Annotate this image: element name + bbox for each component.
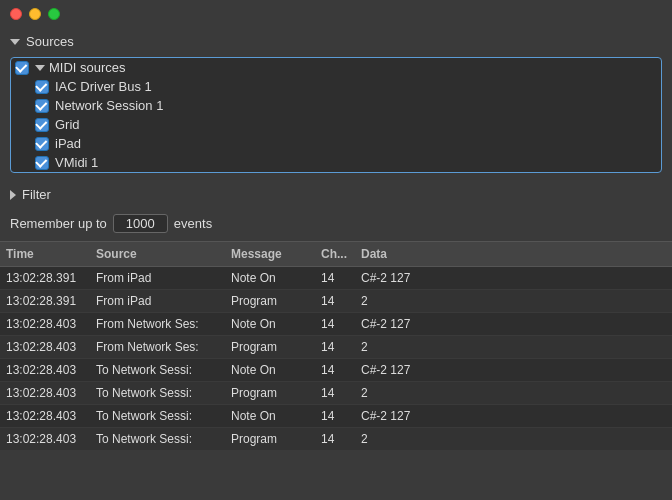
ipad-label: iPad — [55, 136, 81, 151]
table-body: 13:02:28.391 From iPad Note On 14 C#-2 1… — [0, 267, 672, 451]
grid-checkbox[interactable] — [35, 118, 49, 132]
cell-data: 2 — [355, 384, 672, 402]
col-header-time: Time — [0, 245, 90, 263]
remember-row: Remember up to events — [0, 208, 672, 241]
cell-source: To Network Sessi: — [90, 384, 225, 402]
col-header-data: Data — [355, 245, 672, 263]
midi-sources-checkbox[interactable] — [15, 61, 29, 75]
source-item-iac[interactable]: IAC Driver Bus 1 — [11, 77, 661, 96]
midi-sources-label: MIDI sources — [49, 60, 126, 75]
col-header-source: Source — [90, 245, 225, 263]
iac-label: IAC Driver Bus 1 — [55, 79, 152, 94]
table-header: Time Source Message Ch... Data — [0, 242, 672, 267]
col-header-message: Message — [225, 245, 315, 263]
cell-data: C#-2 127 — [355, 361, 672, 379]
cell-time: 13:02:28.403 — [0, 430, 90, 448]
source-item-vmidi[interactable]: VMidi 1 — [11, 153, 661, 172]
network-label: Network Session 1 — [55, 98, 163, 113]
filter-section-header[interactable]: Filter — [0, 181, 672, 208]
cell-ch: 14 — [315, 407, 355, 425]
sources-collapse-icon — [10, 39, 20, 45]
remember-prefix: Remember up to — [10, 216, 107, 231]
table-row[interactable]: 13:02:28.391 From iPad Note On 14 C#-2 1… — [0, 267, 672, 290]
cell-source: From Network Ses: — [90, 315, 225, 333]
cell-time: 13:02:28.391 — [0, 292, 90, 310]
minimize-button[interactable] — [29, 8, 41, 20]
cell-source: To Network Sessi: — [90, 407, 225, 425]
table-row[interactable]: 13:02:28.403 To Network Sessi: Note On 1… — [0, 359, 672, 382]
midi-sources-expand-icon — [35, 65, 45, 71]
source-item-midi-sources[interactable]: MIDI sources — [11, 58, 661, 77]
close-button[interactable] — [10, 8, 22, 20]
source-item-grid[interactable]: Grid — [11, 115, 661, 134]
cell-time: 13:02:28.403 — [0, 384, 90, 402]
events-input[interactable] — [113, 214, 168, 233]
grid-label: Grid — [55, 117, 80, 132]
cell-source: To Network Sessi: — [90, 430, 225, 448]
cell-message: Program — [225, 292, 315, 310]
cell-source: From Network Ses: — [90, 338, 225, 356]
table-row[interactable]: 13:02:28.403 To Network Sessi: Note On 1… — [0, 405, 672, 428]
vmidi-checkbox[interactable] — [35, 156, 49, 170]
cell-time: 13:02:28.403 — [0, 407, 90, 425]
cell-message: Program — [225, 430, 315, 448]
sources-label: Sources — [26, 34, 74, 49]
source-item-network[interactable]: Network Session 1 — [11, 96, 661, 115]
cell-source: To Network Sessi: — [90, 361, 225, 379]
cell-time: 13:02:28.403 — [0, 338, 90, 356]
cell-data: C#-2 127 — [355, 407, 672, 425]
cell-ch: 14 — [315, 430, 355, 448]
events-table: Time Source Message Ch... Data 13:02:28.… — [0, 242, 672, 451]
vmidi-label: VMidi 1 — [55, 155, 98, 170]
table-row[interactable]: 13:02:28.403 To Network Sessi: Program 1… — [0, 382, 672, 405]
titlebar — [0, 0, 672, 28]
cell-ch: 14 — [315, 269, 355, 287]
ipad-checkbox[interactable] — [35, 137, 49, 151]
source-item-ipad[interactable]: iPad — [11, 134, 661, 153]
cell-message: Program — [225, 338, 315, 356]
cell-message: Note On — [225, 407, 315, 425]
network-checkbox[interactable] — [35, 99, 49, 113]
cell-ch: 14 — [315, 338, 355, 356]
cell-data: C#-2 127 — [355, 269, 672, 287]
cell-message: Note On — [225, 315, 315, 333]
cell-data: 2 — [355, 292, 672, 310]
cell-time: 13:02:28.391 — [0, 269, 90, 287]
cell-ch: 14 — [315, 292, 355, 310]
cell-ch: 14 — [315, 315, 355, 333]
filter-label: Filter — [22, 187, 51, 202]
cell-message: Note On — [225, 269, 315, 287]
cell-time: 13:02:28.403 — [0, 315, 90, 333]
filter-expand-icon — [10, 190, 16, 200]
table-row[interactable]: 13:02:28.391 From iPad Program 14 2 — [0, 290, 672, 313]
cell-message: Note On — [225, 361, 315, 379]
cell-source: From iPad — [90, 292, 225, 310]
cell-source: From iPad — [90, 269, 225, 287]
table-row[interactable]: 13:02:28.403 From Network Ses: Program 1… — [0, 336, 672, 359]
cell-message: Program — [225, 384, 315, 402]
remember-suffix: events — [174, 216, 212, 231]
cell-ch: 14 — [315, 361, 355, 379]
cell-ch: 14 — [315, 384, 355, 402]
iac-checkbox[interactable] — [35, 80, 49, 94]
cell-time: 13:02:28.403 — [0, 361, 90, 379]
cell-data: C#-2 127 — [355, 315, 672, 333]
cell-data: 2 — [355, 338, 672, 356]
table-row[interactable]: 13:02:28.403 To Network Sessi: Program 1… — [0, 428, 672, 451]
table-row[interactable]: 13:02:28.403 From Network Ses: Note On 1… — [0, 313, 672, 336]
cell-data: 2 — [355, 430, 672, 448]
col-header-ch: Ch... — [315, 245, 355, 263]
maximize-button[interactable] — [48, 8, 60, 20]
sources-section-header[interactable]: Sources — [0, 28, 672, 55]
sources-box: MIDI sources IAC Driver Bus 1 Network Se… — [10, 57, 662, 173]
